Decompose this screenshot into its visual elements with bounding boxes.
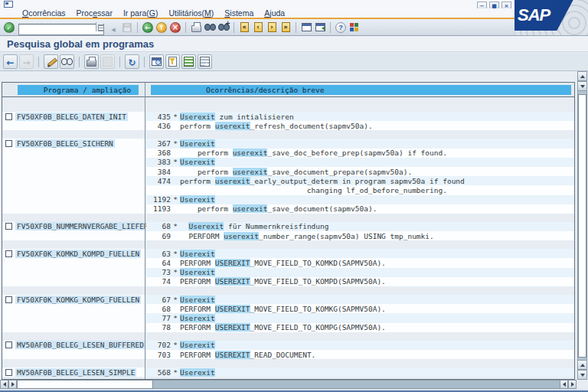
print-button[interactable] [189,21,203,34]
enter-button[interactable] [2,21,16,34]
exit-button[interactable] [155,21,168,34]
code-line[interactable]: 383*Userexit [146,158,574,167]
code-line[interactable]: 68* Userexit für Nummernkreisfindung [146,222,574,231]
command-history-icon[interactable] [96,22,103,31]
detail-list-button[interactable] [198,54,212,69]
new-session-icon [302,23,312,31]
code-line[interactable]: 68PERFORM USEREXIT_MOVE_FIELD_TO_KOMKG(S… [146,304,574,313]
code-line[interactable]: 474perform userexit_early_output_determ … [146,176,574,185]
row-checkbox[interactable] [5,369,12,376]
scroll-down-bottom-icon[interactable] [577,370,587,380]
line-number: 68 [146,222,171,230]
userexit-highlight: Userexit [180,341,215,349]
userexit-highlight: Userexit [180,314,215,322]
display-glasses-button[interactable] [60,54,74,69]
program-name[interactable]: FV50XF0B_BELEG_SICHERN [15,139,115,148]
program-name[interactable]: MV50AF0B_BELEG_LESEN_BUFFERED [15,341,145,349]
code-line[interactable]: 63*Userexit [146,249,574,258]
find-in-list-button[interactable] [149,54,164,69]
cancel-button[interactable] [168,21,182,34]
scroll-right-end-icon[interactable] [568,380,577,389]
refresh-icon [128,55,136,69]
comment-marker: * [171,250,180,258]
display-glasses-icon [61,58,73,65]
new-session-button[interactable] [299,21,313,34]
edit-pencil-button[interactable] [44,54,58,69]
code-line[interactable]: 436perform userexit_refresh_document(sap… [146,121,574,130]
collapse-button[interactable] [106,21,120,34]
code-line[interactable]: 367*Userexit [146,139,574,148]
scroll-down-icon[interactable] [577,81,587,91]
program-name[interactable]: MV50AF0B_BELEG_LESEN_SIMPLE [15,368,136,377]
find-button[interactable] [203,21,217,34]
scroll-left-end-icon[interactable] [560,380,568,389]
help-button[interactable] [334,21,348,34]
filter-button[interactable] [165,54,180,69]
code-line[interactable]: 1193 perform userexit_save_document(sapm… [146,204,574,214]
customize-layout-button[interactable] [348,21,361,34]
code-line[interactable]: 77*Userexit [146,313,574,322]
back-button[interactable] [141,21,155,34]
title-bar: Pesquisa global em programas [0,36,588,52]
menu-item-sistema[interactable]: Sistema [219,8,259,18]
line-number: 67 [146,296,171,304]
code-line[interactable]: changing lf_od_before_numbering. [146,185,574,194]
code-line[interactable]: 384 perform userexit_save_document_prepa… [146,167,574,176]
code-line[interactable]: 73*Userexit [146,268,574,277]
nav-back-button[interactable] [3,54,18,69]
row-checkbox[interactable] [5,250,12,257]
row-checkbox[interactable] [5,140,12,147]
refresh-button[interactable] [125,54,139,69]
row-checkbox[interactable] [5,223,12,230]
program-name[interactable]: FV50XF0B_NUMMERNVERGABE_LIEFER [15,222,150,230]
row-checkbox[interactable] [5,113,12,120]
scroll-right-icon[interactable] [8,380,17,389]
code-line[interactable]: 64PERFORM USEREXIT_MOVE_FIELD_TO_KOMKD(S… [146,258,574,267]
sort-list-button[interactable] [181,54,196,69]
program-name[interactable]: FV50XF0K_KOMKG_KOMPG_FUELLEN [15,296,141,304]
find-next-button[interactable] [217,21,230,34]
line-number: 68 [146,305,171,313]
create-shortcut-button[interactable] [313,21,327,34]
system-menu-icon[interactable] [4,1,13,8]
code-line[interactable]: 1192*Userexit [146,195,574,204]
horizontal-scroll-track[interactable] [153,380,560,389]
code-text: Userexit für Nummernkreisfindung [180,222,329,230]
vertical-scroll-track[interactable] [577,91,587,360]
scroll-left-icon[interactable] [0,380,8,389]
column-header-program[interactable]: Programa / ampliação [18,85,139,95]
code-line[interactable]: 74PERFORM USEREXIT_MOVE_FIELD_TO_KOMPD(S… [146,277,574,286]
column-header-occurrences[interactable]: Ocorrências/descrição breve [151,85,571,95]
program-name[interactable]: FV50XF0B_BELEG_DATEN_INIT [15,113,128,121]
comment-marker: * [171,139,180,148]
last-page-button[interactable] [279,21,292,34]
command-field[interactable] [18,24,104,35]
menu-item-ajuda[interactable]: Ajuda [259,8,290,18]
code-line[interactable]: 702*Userexit [146,341,574,350]
scroll-up-icon[interactable] [577,71,587,81]
code-line[interactable]: 368 perform userexit_save_doc_before_pre… [146,149,574,158]
previous-page-button[interactable] [251,21,265,34]
next-page-button[interactable] [265,21,279,34]
vertical-scroll-thumb[interactable] [578,94,586,358]
program-name[interactable]: FV50XF0K_KOMKD_KOMPD_FUELLEN [15,250,141,258]
line-number: 63 [146,250,171,258]
line-number: 1193 [146,204,171,213]
code-line[interactable]: 435*Userexit zum intialisieren [146,112,574,121]
code-line[interactable]: 69 PERFORM userexit_number_range(sapmv50… [146,231,574,240]
menu-item-processar[interactable]: Processar [71,8,118,18]
print-list-button[interactable] [84,54,99,69]
first-page-button[interactable] [237,21,251,34]
menu-item-ocorrncias[interactable]: Ocorrências [17,8,71,18]
comment-marker: * [171,314,180,322]
code-line[interactable]: 568*Userexit [146,368,574,377]
horizontal-scroll-thumb[interactable] [17,380,153,389]
code-line[interactable]: 703PERFORM USEREXIT_READ_DOCUMENT. [146,350,574,359]
code-line[interactable]: 78PERFORM USEREXIT_MOVE_FIELD_TO_KOMPG(S… [146,323,574,332]
scroll-up-bottom-icon[interactable] [577,360,587,370]
menu-item-irparag[interactable]: Ir para(G) [118,8,164,18]
row-checkbox[interactable] [5,296,12,303]
row-checkbox[interactable] [5,341,12,348]
menu-item-utilitriosm[interactable]: Utilitários(M) [163,8,219,18]
code-line[interactable]: 67*Userexit [146,295,574,304]
